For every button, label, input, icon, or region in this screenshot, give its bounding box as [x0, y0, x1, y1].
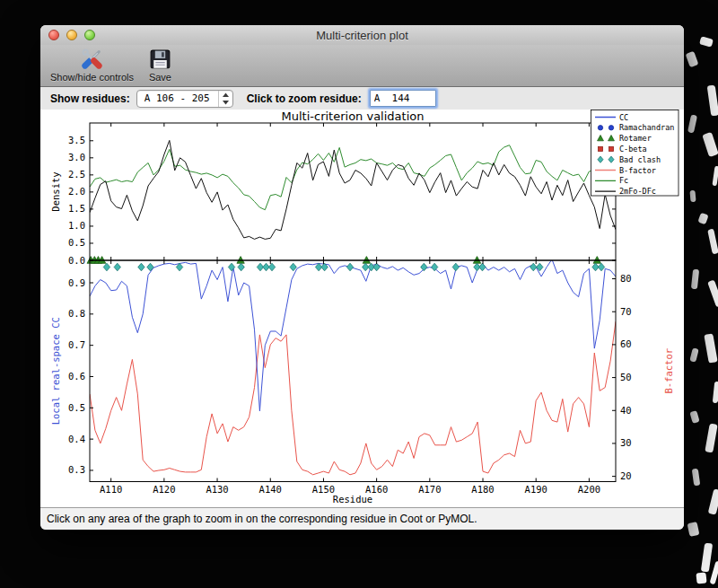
plot-canvas[interactable]: 0.00.51.01.52.02.53.03.50.30.40.50.60.70… — [40, 110, 684, 507]
svg-text:0.4: 0.4 — [68, 434, 85, 444]
save-button[interactable]: Save — [144, 47, 177, 83]
legend-label: Bad clash — [619, 155, 661, 164]
svg-text:A170: A170 — [418, 484, 441, 495]
stepper-arrows-icon[interactable] — [218, 91, 232, 107]
zoom-residue-input[interactable] — [370, 90, 436, 107]
desktop-artifact — [696, 572, 706, 584]
zoom-residue-label: Click to zoom residue: — [247, 92, 362, 105]
bottom-plot-series — [90, 259, 616, 475]
svg-text:1.5: 1.5 — [68, 203, 85, 214]
svg-text:0.9: 0.9 — [68, 277, 85, 288]
svg-text:0.8: 0.8 — [68, 308, 85, 319]
desktop-artifact — [686, 51, 699, 67]
svg-text:A190: A190 — [525, 484, 547, 495]
show-residues-label: Show residues: — [50, 92, 130, 105]
svg-text:50: 50 — [620, 372, 632, 382]
desktop-artifact — [713, 382, 718, 403]
svg-text:80: 80 — [620, 273, 632, 284]
svg-text:70: 70 — [620, 306, 632, 317]
status-bar: Click on any area of the graph to zoom i… — [40, 507, 684, 530]
desktop-artifact — [689, 190, 696, 202]
svg-text:3.0: 3.0 — [68, 152, 85, 162]
desktop-artifact — [692, 469, 701, 487]
show-hide-controls-button[interactable]: Show/hide controls — [46, 47, 138, 83]
svg-text:2.0: 2.0 — [68, 186, 85, 197]
status-text: Click on any area of the graph to zoom i… — [47, 513, 477, 525]
svg-text:20: 20 — [620, 470, 632, 481]
desktop-artifact — [704, 333, 717, 363]
series-2mFo-DFc — [90, 140, 616, 239]
desktop-artifact — [689, 347, 698, 362]
desktop-artifact — [708, 488, 718, 514]
svg-text:Density: Density — [50, 171, 61, 211]
legend-label: B-factor — [619, 166, 656, 175]
show-residues-select[interactable]: A 106 - 205 — [136, 90, 233, 108]
svg-text:3.5: 3.5 — [68, 135, 85, 145]
desktop: Multi-criterion plot Show/hide controls — [0, 0, 718, 588]
svg-text:1.0: 1.0 — [68, 220, 85, 231]
svg-text:A200: A200 — [578, 484, 600, 495]
desktop-artifact — [702, 132, 718, 157]
save-label: Save — [149, 72, 171, 83]
titlebar[interactable]: Multi-criterion plot — [40, 25, 684, 45]
svg-text:Multi-criterion validation: Multi-criterion validation — [282, 110, 425, 123]
svg-text:B-factor: B-factor — [663, 348, 674, 394]
legend-label: Fc — [619, 176, 628, 185]
svg-text:A180: A180 — [471, 484, 494, 495]
legend-label: Rotamer — [619, 134, 652, 143]
desktop-artifact — [687, 114, 697, 133]
toolbar: Show/hide controls Save — [40, 45, 684, 87]
desktop-artifact — [691, 269, 699, 290]
desktop-artifact — [701, 543, 713, 573]
svg-text:0.7: 0.7 — [68, 339, 85, 350]
svg-text:Local real-space CC: Local real-space CC — [50, 317, 61, 425]
desktop-artifact — [707, 280, 718, 308]
series-B-factor — [90, 321, 616, 475]
svg-text:Residue: Residue — [333, 494, 372, 505]
desktop-artifact — [707, 85, 718, 117]
tools-icon — [80, 48, 104, 72]
svg-text:A120: A120 — [153, 484, 175, 495]
desktop-artifact — [689, 410, 699, 424]
svg-text:0.5: 0.5 — [68, 237, 85, 248]
legend-label: Ramachandran — [619, 123, 674, 132]
legend-label: CC — [619, 113, 628, 122]
show-residues-value: A 106 - 205 — [144, 92, 210, 104]
svg-text:A110: A110 — [100, 484, 122, 495]
desktop-artifact — [705, 423, 717, 452]
legend-label: 2mFo-DFc — [619, 187, 656, 196]
top-plot-series — [90, 140, 616, 239]
svg-text:60: 60 — [620, 338, 632, 349]
app-window: Multi-criterion plot Show/hide controls — [40, 25, 684, 530]
validation-plot[interactable]: 0.00.51.01.52.02.53.03.50.30.40.50.60.70… — [40, 110, 684, 507]
series-Fc — [90, 145, 616, 210]
window-title: Multi-criterion plot — [40, 29, 684, 42]
show-hide-controls-label: Show/hide controls — [50, 72, 134, 83]
desktop-artifact — [710, 561, 718, 585]
legend-label: C-beta — [619, 145, 647, 154]
svg-text:A130: A130 — [206, 484, 228, 495]
svg-text:0.5: 0.5 — [68, 402, 85, 413]
svg-text:A150: A150 — [312, 484, 335, 495]
svg-text:A140: A140 — [259, 484, 282, 495]
svg-text:40: 40 — [620, 405, 632, 416]
svg-text:2.5: 2.5 — [68, 169, 85, 180]
floppy-icon — [148, 48, 172, 72]
bottom-plot-frame — [90, 260, 616, 482]
desktop-artifact — [707, 229, 718, 255]
svg-text:0.0: 0.0 — [68, 255, 85, 266]
svg-text:0.6: 0.6 — [68, 371, 85, 382]
svg-text:0.3: 0.3 — [68, 464, 85, 475]
desktop-artifact — [712, 166, 718, 186]
desktop-artifact — [699, 36, 714, 47]
desktop-artifact — [697, 213, 708, 224]
desktop-artifact — [687, 522, 700, 537]
svg-text:30: 30 — [620, 437, 632, 448]
series-CC — [90, 259, 616, 411]
svg-text:A160: A160 — [365, 484, 388, 495]
controls-row: Show residues: A 106 - 205 Click to zoom… — [40, 87, 684, 110]
